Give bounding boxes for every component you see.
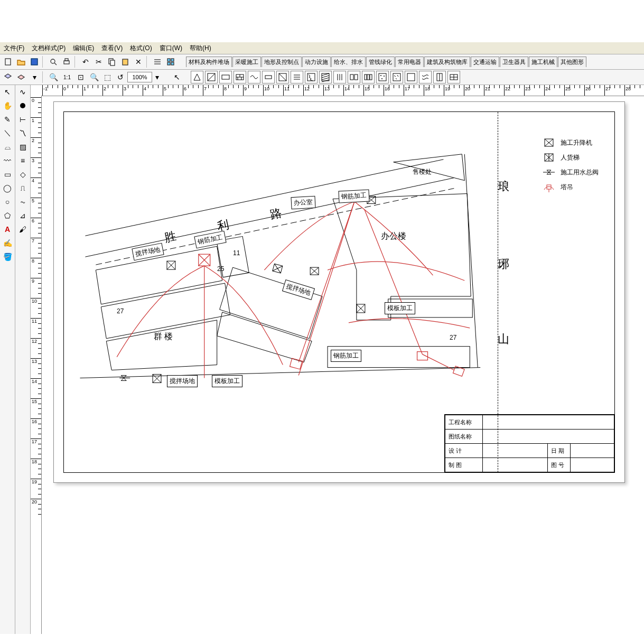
save-button[interactable] (28, 55, 41, 68)
tb-sheet-value (571, 458, 614, 472)
layer2-button[interactable] (15, 71, 27, 83)
symbol-6[interactable] (262, 71, 275, 83)
printer-icon (62, 58, 71, 66)
new-button[interactable] (2, 55, 14, 68)
open-button[interactable] (15, 55, 27, 68)
ruler-vertical[interactable]: 01234567891011121314151617181920 (31, 96, 42, 634)
grid-button[interactable] (164, 55, 177, 68)
properties-button[interactable] (151, 55, 164, 68)
tab-electric[interactable]: 常用电器 (395, 57, 424, 67)
tab-terrain[interactable]: 地形及控制点 (262, 57, 302, 67)
symbol-14[interactable] (376, 71, 389, 83)
tab-buildings[interactable]: 建筑及构筑物库 (424, 57, 470, 67)
symbol-11[interactable] (333, 71, 346, 83)
paint-tool[interactable]: 🖌 (16, 223, 29, 236)
symbol-10[interactable] (319, 71, 332, 83)
symbol-15[interactable] (390, 71, 403, 83)
svg-rect-0 (5, 59, 11, 65)
eraser-tool[interactable]: ◇ (16, 168, 29, 181)
line-tool[interactable]: ＼ (1, 127, 14, 139)
menu-docstyle[interactable]: 文档样式(P) (30, 43, 67, 53)
tab-pipelines[interactable]: 管线绿化 (366, 57, 395, 67)
zigzag-tool[interactable]: 〽 (16, 127, 29, 139)
menu-help[interactable]: 帮助(H) (188, 43, 213, 53)
layer-button[interactable] (2, 71, 14, 83)
tb-project-label: 工程名称 (445, 415, 483, 430)
box-rebar3: 钢筋加工 (331, 350, 361, 362)
symbol-5[interactable] (248, 71, 260, 83)
menu-window[interactable]: 窗口(W) (158, 43, 184, 53)
polyline-tool[interactable]: 〰 (1, 154, 14, 167)
ekg-tool[interactable]: ⏦ (16, 195, 29, 208)
zoom-region-button[interactable]: ⬚ (101, 71, 114, 83)
symbol-19[interactable] (447, 71, 460, 83)
hand-tool[interactable]: ✋ (1, 99, 14, 112)
svg-rect-46 (370, 74, 372, 80)
multiline-tool[interactable]: ≡ (16, 154, 29, 167)
undo-button[interactable]: ↶ (79, 55, 92, 68)
menu-format[interactable]: 格式(O) (128, 43, 153, 53)
zoom-field[interactable]: 100% (127, 72, 152, 82)
zoom-fit-button[interactable]: ⊡ (74, 71, 87, 83)
text-tool[interactable]: A (1, 223, 14, 236)
symbol-8[interactable] (291, 71, 303, 83)
symbol-12[interactable] (348, 71, 360, 83)
svg-rect-52 (407, 73, 415, 81)
symbol-4[interactable] (234, 71, 246, 83)
polygon-tool[interactable]: ⬠ (1, 209, 14, 222)
symbol-13[interactable] (362, 71, 375, 83)
circle-tool[interactable]: ◯ (1, 182, 14, 194)
tab-sanitary[interactable]: 卫生器具 (500, 57, 528, 67)
measure-tool[interactable]: ⊿ (16, 209, 29, 222)
wave2-icon (421, 72, 430, 82)
tab-heating[interactable]: 采暖施工 (232, 57, 261, 67)
symbol-9[interactable] (305, 71, 318, 83)
tab-transport[interactable]: 交通运输 (471, 57, 499, 67)
symbol-7[interactable] (276, 71, 289, 83)
dot-tool[interactable] (16, 99, 29, 112)
triangle-icon (192, 72, 202, 82)
copy-button[interactable] (106, 55, 118, 68)
ellipse-tool[interactable]: ○ (1, 195, 14, 208)
ruler-horizontal[interactable]: -101234567891011121314151617181920212223… (41, 85, 644, 96)
tab-power[interactable]: 动力设施 (302, 57, 331, 67)
menu-edit[interactable]: 编辑(E) (71, 43, 96, 53)
note-tool[interactable]: ✍ (1, 237, 14, 249)
page-button[interactable]: ▾ (28, 71, 41, 83)
fill-tool[interactable]: 🪣 (1, 250, 14, 263)
zoom-dropdown[interactable]: ▾ (153, 71, 161, 83)
tab-machinery[interactable]: 施工机械 (529, 57, 557, 67)
zoom-prev-button[interactable]: ↺ (114, 71, 127, 83)
paste-button[interactable] (119, 55, 132, 68)
menu-file[interactable]: 文件(F) (2, 43, 26, 53)
print-button[interactable] (60, 55, 73, 68)
symbol-18[interactable] (433, 71, 446, 83)
cut-button[interactable]: ✂ (92, 55, 105, 68)
zoom-tool-button[interactable]: 🔍 (47, 71, 60, 83)
zoom-11-button[interactable]: 1:1 (60, 71, 74, 83)
rect-tool[interactable]: ▭ (1, 168, 14, 181)
preview-button[interactable] (47, 55, 60, 68)
zoom-in-button[interactable]: 🔍 (88, 71, 100, 83)
tab-other[interactable]: 其他图形 (558, 57, 586, 67)
tab-materials[interactable]: 材料及构件堆场 (186, 57, 232, 67)
symbol-3[interactable] (219, 71, 232, 83)
delete-button[interactable]: ✕ (132, 55, 145, 68)
hatch-tool[interactable]: ▨ (16, 141, 29, 153)
pulse-tool[interactable]: ⎍ (16, 182, 29, 194)
curve-tool[interactable]: ⌓ (1, 141, 14, 153)
menu-view[interactable]: 查看(V) (100, 43, 124, 53)
symbol-16[interactable] (405, 71, 417, 83)
select-tool[interactable]: ↖ (1, 86, 14, 98)
symbol-2[interactable] (205, 71, 218, 83)
symbol-17[interactable] (419, 71, 432, 83)
tab-water[interactable]: 给水、排水 (331, 57, 366, 67)
symbol-1[interactable] (191, 71, 203, 83)
pencil-tool[interactable]: ✎ (1, 113, 14, 126)
drawing-canvas[interactable]: 胜 利 路 琅 琊 山 (42, 96, 644, 634)
svg-rect-21 (222, 75, 229, 79)
dimension-tool[interactable]: ⊢ (16, 113, 29, 126)
spline-tool[interactable]: ∿ (16, 86, 29, 98)
pointer-tool[interactable]: ↖ (171, 71, 183, 83)
label-25: 25 (217, 265, 224, 273)
